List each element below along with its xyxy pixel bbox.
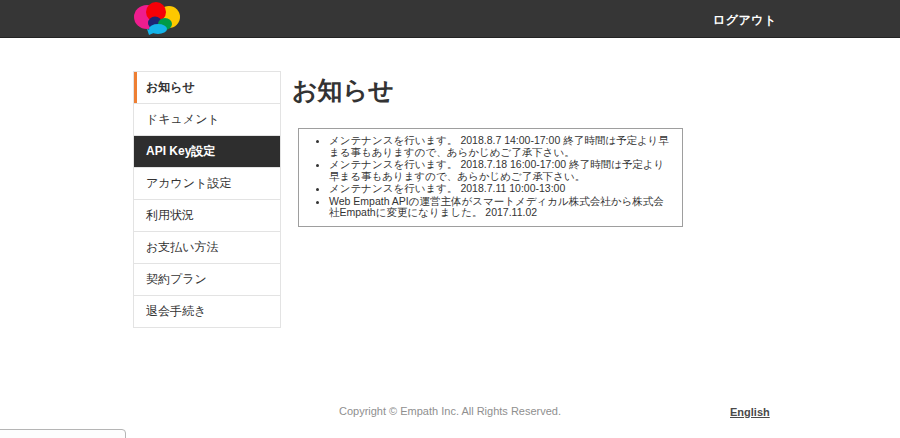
sidebar-item-api-key-settings[interactable]: API Key設定 <box>134 135 280 167</box>
notices-panel: メンテナンスを行います。 2018.8.7 14:00-17:00 終了時間は予… <box>298 128 683 227</box>
notice-item: Web Empath APIの運営主体がスマートメディカル株式会社から株式会社E… <box>329 196 674 219</box>
sidebar-nav: お知らせ ドキュメント API Key設定 アカウント設定 利用状況 お支払い方… <box>133 71 281 328</box>
browser-status-tooltip <box>0 429 126 438</box>
sidebar-item-documents[interactable]: ドキュメント <box>134 103 280 135</box>
app-header: ログアウト <box>0 0 900 38</box>
language-switch-link[interactable]: English <box>730 406 770 418</box>
sidebar-item-usage[interactable]: 利用状況 <box>134 199 280 231</box>
sidebar-item-payment-method[interactable]: お支払い方法 <box>134 231 280 263</box>
logout-link[interactable]: ログアウト <box>713 12 777 29</box>
sidebar-item-account-settings[interactable]: アカウント設定 <box>134 167 280 199</box>
sidebar-item-notices[interactable]: お知らせ <box>134 72 280 103</box>
empath-brain-logo-icon[interactable] <box>134 2 180 36</box>
page-title: お知らせ <box>292 74 394 107</box>
notice-item: メンテナンスを行います。 2018.8.7 14:00-17:00 終了時間は予… <box>329 135 674 158</box>
sidebar-item-contract-plan[interactable]: 契約プラン <box>134 263 280 295</box>
sidebar-item-withdrawal[interactable]: 退会手続き <box>134 295 280 327</box>
notice-item: メンテナンスを行います。 2018.7.11 10:00-13:00 <box>329 183 674 195</box>
notices-list: メンテナンスを行います。 2018.8.7 14:00-17:00 終了時間は予… <box>299 135 674 219</box>
notice-item: メンテナンスを行います。 2018.7.18 16:00-17:00 終了時間は… <box>329 159 674 182</box>
